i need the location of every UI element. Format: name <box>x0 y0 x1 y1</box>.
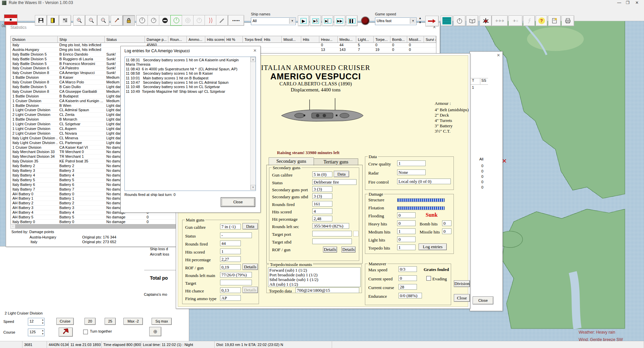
sec-rounds-left-field[interactable]: 355/384/0 (82%) <box>312 223 349 229</box>
heavy-hits-field[interactable]: 0 <box>397 220 416 226</box>
log-entries-button[interactable]: Log entries <box>419 243 447 250</box>
endurance-field[interactable]: 0/0 (88%) <box>398 293 422 298</box>
play-5-button[interactable]: ▶5 <box>310 15 321 26</box>
speed-25-button[interactable]: 25 <box>105 318 116 325</box>
column-header[interactable]: Mediu... <box>338 36 356 43</box>
main-data-button[interactable]: Data <box>243 223 258 229</box>
scroll-up-icon[interactable]: ▲ <box>251 57 256 62</box>
main-hits-scored-field[interactable]: 1 <box>220 249 241 254</box>
column-header[interactable]: Hit % <box>225 36 243 43</box>
main-hit-chance-details-button[interactable]: Details <box>243 287 258 293</box>
save-button[interactable] <box>35 15 47 26</box>
advance-arrow-button[interactable] <box>425 16 439 26</box>
log-entry[interactable]: 11 10:49 Torpedo Magazine hit! Ship blow… <box>126 89 249 94</box>
help-button[interactable]: ? <box>536 15 547 26</box>
main-target-field[interactable] <box>220 280 252 285</box>
speed-20-button[interactable]: 20 <box>85 318 96 325</box>
clock-green-button[interactable] <box>170 15 182 26</box>
book-button[interactable] <box>466 15 478 26</box>
close-icon[interactable]: ✕ <box>252 48 258 54</box>
evading-checkbox[interactable] <box>426 276 431 281</box>
stopwatch-button[interactable] <box>453 15 466 26</box>
sec-hit-percentage-field[interactable]: 2,48 <box>312 216 332 221</box>
main-rounds-left-field[interactable]: 77/26/0 (79%) <box>220 272 252 278</box>
torpedo-mounts-list[interactable]: Forward (sub) 1 (1/2)Port broadside (sub… <box>268 267 361 287</box>
ship-close-button[interactable]: Close <box>454 294 470 302</box>
log-entry[interactable]: 11 08:58 Secondary battery scores 1 hit … <box>126 71 249 76</box>
column-header[interactable]: Heav... <box>319 36 338 43</box>
printer-button[interactable] <box>561 15 574 26</box>
turn-together-checkbox[interactable] <box>83 330 88 334</box>
maximize-icon[interactable]: ❐ <box>626 0 630 5</box>
log-entry[interactable]: 11 10:47 Secondary battery scores 1 hit … <box>126 80 249 85</box>
pause-button[interactable]: ▌▌ <box>346 15 358 26</box>
main-gun-calibre-field[interactable]: 7 in (-1) <box>220 224 241 229</box>
sec-target-stbd-field[interactable] <box>312 238 352 244</box>
log-close-button[interactable]: Close <box>221 197 255 207</box>
aircraft-circle-button[interactable]: ✈○ <box>508 15 523 26</box>
column-header[interactable]: Roun... <box>168 36 187 43</box>
column-header[interactable]: Status <box>105 36 145 43</box>
clock-half-button[interactable] <box>148 15 160 26</box>
zoom-out-button[interactable] <box>85 15 97 26</box>
medium-hits-field[interactable]: 1 <box>397 228 416 234</box>
column-header[interactable]: Missil... <box>407 36 424 43</box>
torpedo-hits-field[interactable]: 1 <box>397 245 416 250</box>
main-status-field[interactable]: - <box>220 232 252 238</box>
aircraft-group-button[interactable]: ✈✈✈ <box>492 15 508 26</box>
tab-tertiary-guns[interactable]: Tertiary guns <box>314 158 358 165</box>
column-header[interactable]: Hits <box>301 36 319 43</box>
log-entry[interactable]: 11 10:48 Secondary battery scores 1 hit … <box>126 85 249 89</box>
tab-secondary-guns[interactable]: Secondary guns <box>269 157 314 165</box>
sec-target-port-aux-field[interactable] <box>353 231 359 236</box>
sec-guns-port-field[interactable]: 3 (3) <box>312 186 332 192</box>
main-rounds-fired-field[interactable]: 44 <box>220 240 241 246</box>
sec-rounds-fired-field[interactable]: 161 <box>312 201 332 207</box>
column-header[interactable]: Missil... <box>282 36 301 43</box>
compass-button[interactable]: ⊕ <box>149 327 161 336</box>
play-button[interactable]: ▶ <box>298 15 309 26</box>
red-curves-button[interactable] <box>205 15 217 26</box>
chevron-down-icon[interactable]: ▼ <box>410 18 416 24</box>
division-button[interactable]: Division <box>454 280 470 287</box>
sea-texture-button[interactable] <box>441 15 452 26</box>
zoom-in-button[interactable] <box>73 15 85 26</box>
column-header[interactable]: Bomb... <box>390 36 407 43</box>
scroll-down-icon[interactable]: ▼ <box>251 185 256 190</box>
sec-guns-stbd-field[interactable]: 3 (3) <box>312 193 332 199</box>
column-header[interactable]: Division <box>11 36 58 43</box>
pencil-button[interactable] <box>216 15 228 26</box>
speed-stepper[interactable]: 12 ▲▼ <box>28 318 45 326</box>
main-rof-field[interactable]: 0,19 <box>220 264 241 270</box>
clock-minus-button[interactable] <box>159 15 171 26</box>
column-header[interactable]: Damage p... <box>145 36 168 43</box>
crew-quality-field[interactable]: 1 <box>397 160 426 166</box>
main-hit-percentage-field[interactable]: 2,27 <box>220 256 241 262</box>
sec-status-field[interactable]: Deliberate fire <box>312 179 357 185</box>
paintbrush-button[interactable] <box>111 15 123 26</box>
column-header[interactable]: Torpe... <box>374 36 390 43</box>
sec-target-port-field[interactable] <box>312 231 352 236</box>
log-entry[interactable]: 11 08:31 Secondary battery scores 1 hit … <box>126 58 249 67</box>
settings-button[interactable] <box>59 15 71 26</box>
close-icon[interactable]: ✕ <box>635 0 639 5</box>
clock-full-button[interactable] <box>136 15 148 26</box>
max-speed-field[interactable]: 0/3 <box>398 266 417 272</box>
torpedo-mount-row[interactable]: Aft (sub) 1 (1/2) <box>269 282 359 287</box>
sec-data-button[interactable]: Data <box>334 171 349 177</box>
vertical-scrollbar[interactable]: ▲ ▼ <box>250 57 256 190</box>
light-hits-field[interactable]: 0 <box>397 236 416 242</box>
scroll-left-icon[interactable]: ‹ <box>10 224 15 229</box>
explosion-button[interactable] <box>480 15 492 26</box>
sec-hits-scored-field[interactable]: 4 <box>312 208 332 214</box>
map-contact-marker[interactable] <box>503 159 506 162</box>
ship-names-dropdown[interactable]: All▼ <box>251 17 296 25</box>
chevron-down-icon[interactable]: ▼ <box>289 18 295 24</box>
clock-gray-2-button[interactable] <box>193 15 205 26</box>
course-stepper[interactable]: 125 ▲▼ <box>28 329 45 336</box>
fleet-close-button[interactable]: Close <box>473 296 493 304</box>
main-details-button[interactable]: Details <box>243 264 258 270</box>
zoom-reset-button[interactable] <box>97 15 109 26</box>
current-speed-field[interactable]: 0 <box>398 275 417 281</box>
torpedo-mount-row[interactable]: Forward (sub) 1 (1/2) <box>269 268 359 273</box>
